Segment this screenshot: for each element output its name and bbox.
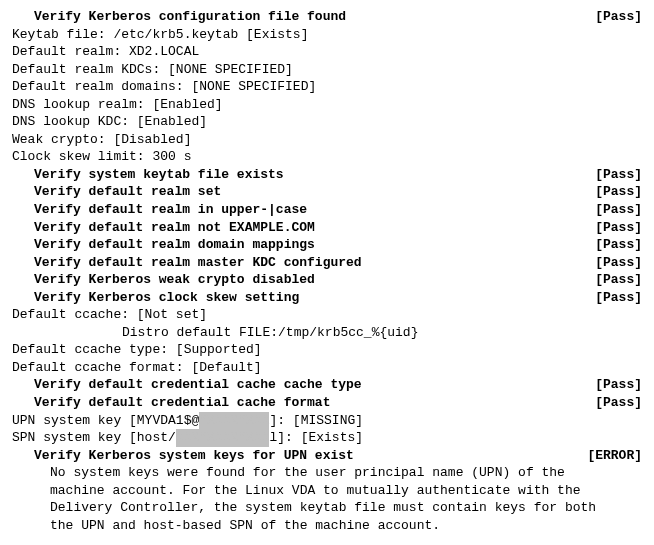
- status-badge: [Pass]: [579, 394, 642, 412]
- status-badge: [Pass]: [579, 254, 642, 272]
- check-label: Verify Kerberos weak crypto disabled: [12, 271, 315, 289]
- check-label: Verify default realm set: [12, 183, 221, 201]
- check-weak-crypto-disabled: Verify Kerberos weak crypto disabled [Pa…: [12, 271, 642, 289]
- redacted-text: XXXXXXXXXXXX: [176, 429, 270, 447]
- status-badge: [Pass]: [579, 236, 642, 254]
- check-upn-keys: Verify Kerberos system keys for UPN exis…: [12, 447, 642, 465]
- check-label: Verify default realm domain mappings: [12, 236, 315, 254]
- check-label: Verify default credential cache format: [12, 394, 330, 412]
- info-clock-skew: Clock skew limit: 300 s: [12, 148, 642, 166]
- spn-pre: SPN system key [host/: [12, 430, 176, 445]
- status-badge: [Pass]: [579, 219, 642, 237]
- check-label: Verify default realm in upper-|case: [12, 201, 307, 219]
- check-label: Verify system keytab file exists: [12, 166, 284, 184]
- status-badge: [Pass]: [579, 8, 642, 26]
- status-badge: [Pass]: [579, 289, 642, 307]
- check-realm-not-example: Verify default realm not EXAMPLE.COM [Pa…: [12, 219, 642, 237]
- check-label: Verify Kerberos clock skew setting: [12, 289, 299, 307]
- upn-post: ]: [MISSING]: [269, 413, 363, 428]
- info-upn-key: UPN system key [MYVDA1$@XXXXXXXXX]: [MIS…: [12, 412, 642, 430]
- status-badge: [Pass]: [579, 201, 642, 219]
- check-realm-master-kdc: Verify default realm master KDC configur…: [12, 254, 642, 272]
- check-label: Verify Kerberos configuration file found: [12, 8, 346, 26]
- check-clock-skew: Verify Kerberos clock skew setting [Pass…: [12, 289, 642, 307]
- check-realm-set: Verify default realm set [Pass]: [12, 183, 642, 201]
- info-ccache-format: Default ccache format: [Default]: [12, 359, 642, 377]
- check-krb-conf-found: Verify Kerberos configuration file found…: [12, 8, 642, 26]
- info-keytab-file: Keytab file: /etc/krb5.keytab [Exists]: [12, 26, 642, 44]
- check-ccache-type: Verify default credential cache cache ty…: [12, 376, 642, 394]
- status-badge: [Pass]: [579, 166, 642, 184]
- info-spn-key: SPN system key [host/XXXXXXXXXXXXl]: [Ex…: [12, 429, 642, 447]
- check-label: Verify default realm not EXAMPLE.COM: [12, 219, 315, 237]
- check-label: Verify Kerberos system keys for UPN exis…: [12, 447, 354, 465]
- status-badge: [ERROR]: [571, 447, 642, 465]
- upn-pre: UPN system key [MYVDA1$@: [12, 413, 199, 428]
- info-ccache-type: Default ccache type: [Supported]: [12, 341, 642, 359]
- info-dns-kdc: DNS lookup KDC: [Enabled]: [12, 113, 642, 131]
- redacted-text: XXXXXXXXX: [199, 412, 269, 430]
- info-default-ccache: Default ccache: [Not set]: [12, 306, 642, 324]
- info-distro-default: Distro default FILE:/tmp/krb5cc_%{uid}: [12, 324, 642, 342]
- check-realm-upper: Verify default realm in upper-|case [Pas…: [12, 201, 642, 219]
- status-badge: [Pass]: [579, 376, 642, 394]
- status-badge: [Pass]: [579, 183, 642, 201]
- check-label: Verify default realm master KDC configur…: [12, 254, 362, 272]
- info-default-realm: Default realm: XD2.LOCAL: [12, 43, 642, 61]
- error-message: No system keys were found for the user p…: [12, 464, 610, 534]
- info-realm-kdcs: Default realm KDCs: [NONE SPECIFIED]: [12, 61, 642, 79]
- check-realm-domain-map: Verify default realm domain mappings [Pa…: [12, 236, 642, 254]
- info-dns-realm: DNS lookup realm: [Enabled]: [12, 96, 642, 114]
- info-weak-crypto: Weak crypto: [Disabled]: [12, 131, 642, 149]
- spn-post: l]: [Exists]: [269, 430, 363, 445]
- check-keytab-exists: Verify system keytab file exists [Pass]: [12, 166, 642, 184]
- info-realm-domains: Default realm domains: [NONE SPECIFIED]: [12, 78, 642, 96]
- check-label: Verify default credential cache cache ty…: [12, 376, 362, 394]
- check-ccache-format: Verify default credential cache format […: [12, 394, 642, 412]
- status-badge: [Pass]: [579, 271, 642, 289]
